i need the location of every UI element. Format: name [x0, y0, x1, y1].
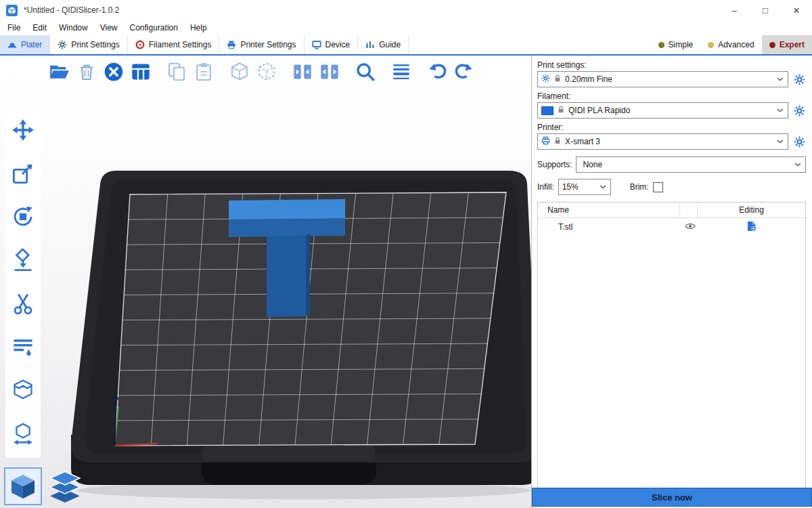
infill-select[interactable]: 15% — [558, 179, 611, 195]
3d-editor-view-icon[interactable] — [5, 469, 41, 504]
place-on-face-icon[interactable] — [9, 246, 37, 274]
slice-now-button[interactable]: Slice now — [532, 488, 812, 507]
print-settings-select[interactable]: 0.20mm Fine — [537, 71, 788, 87]
add-instance-icon[interactable] — [228, 60, 251, 83]
lock-icon — [554, 136, 562, 147]
supports-select[interactable]: None — [576, 156, 806, 173]
chevron-down-icon — [794, 163, 802, 167]
device-icon — [312, 40, 321, 49]
tab-bar: Plater Print Settings Filament Settings … — [0, 35, 812, 56]
preset-gear-icon — [541, 74, 550, 85]
tab-plater[interactable]: Plater — [0, 35, 50, 54]
maximize-button[interactable]: □ — [750, 0, 781, 20]
menu-file[interactable]: File — [1, 20, 26, 35]
filament-gear-button[interactable] — [792, 104, 806, 117]
eye-icon[interactable] — [685, 222, 696, 232]
column-editing: Editing — [697, 203, 805, 217]
measure-icon[interactable] — [9, 419, 37, 448]
settings-panel: Print settings: 0.20mm Fine — [531, 56, 811, 508]
menu-configuration[interactable]: Configuration — [124, 20, 184, 35]
printer-value: X-smart 3 — [565, 137, 773, 146]
simple-mode-dot-icon — [658, 42, 664, 48]
open-folder-icon[interactable] — [48, 60, 71, 83]
filament-label: Filament: — [537, 91, 806, 101]
column-visibility — [679, 203, 697, 217]
lock-icon — [554, 74, 562, 85]
menu-window[interactable]: Window — [53, 20, 94, 35]
expert-mode-dot-icon — [769, 42, 775, 48]
object-name: T.stl — [538, 222, 679, 232]
minimize-button[interactable]: – — [719, 0, 750, 20]
split-parts-icon[interactable] — [318, 60, 341, 83]
variable-layer-height-icon[interactable] — [390, 60, 413, 83]
lock-icon — [557, 105, 565, 116]
undo-icon[interactable] — [426, 60, 449, 83]
tab-printer-settings[interactable]: Printer Settings — [219, 35, 304, 54]
seam-icon[interactable] — [9, 376, 37, 404]
delete-all-icon[interactable] — [102, 60, 125, 83]
close-button[interactable]: ✕ — [781, 0, 812, 20]
infill-label: Infill: — [537, 182, 554, 192]
mode-simple[interactable]: Simple — [651, 35, 701, 54]
menu-edit[interactable]: Edit — [26, 20, 53, 35]
rotate-icon[interactable] — [9, 203, 37, 231]
tab-device[interactable]: Device — [304, 35, 359, 54]
filament-value: QIDI PLA Rapido — [568, 106, 773, 115]
mode-expert[interactable]: Expert — [762, 35, 812, 54]
menu-help[interactable]: Help — [184, 20, 213, 35]
split-objects-icon[interactable] — [291, 60, 314, 83]
copy-icon[interactable] — [165, 60, 188, 83]
chevron-down-icon — [777, 140, 784, 144]
object-row[interactable]: T.stl — [538, 218, 805, 236]
delete-icon[interactable] — [75, 60, 98, 83]
preview-icon[interactable] — [47, 469, 83, 504]
viewport-3d[interactable] — [0, 56, 531, 508]
menu-bar: File Edit Window View Configuration Help — [0, 20, 812, 35]
printer-settings-icon — [227, 40, 236, 49]
chevron-down-icon — [600, 185, 607, 189]
brim-label: Brim: — [630, 182, 649, 192]
tab-filament-settings[interactable]: Filament Settings — [128, 35, 220, 54]
printer-gear-button[interactable] — [792, 135, 806, 148]
scale-icon[interactable] — [9, 159, 37, 188]
window-title: *Untitled - QIDISlicer-1.0.2 — [24, 5, 119, 15]
edit-object-icon[interactable] — [746, 221, 757, 234]
paint-supports-icon[interactable] — [9, 333, 37, 361]
print-settings-gear-button[interactable] — [792, 72, 806, 86]
filament-color-swatch — [541, 106, 554, 115]
qidislicer-window: *Untitled - QIDISlicer-1.0.2 – □ ✕ File … — [0, 0, 812, 508]
remove-instance-icon[interactable] — [255, 60, 278, 83]
redo-icon[interactable] — [453, 60, 476, 83]
move-icon[interactable] — [9, 116, 37, 144]
object-list: Name Editing T.stl — [537, 202, 806, 494]
cut-icon[interactable] — [9, 289, 37, 318]
app-logo-icon — [6, 5, 18, 16]
view-toggles — [5, 469, 83, 504]
search-icon[interactable] — [354, 60, 377, 83]
menu-view[interactable]: View — [94, 20, 124, 35]
brim-checkbox[interactable] — [653, 182, 663, 192]
bed-scene — [0, 56, 531, 508]
left-toolbar — [5, 106, 41, 458]
advanced-mode-dot-icon — [708, 42, 714, 48]
column-name: Name — [538, 205, 679, 215]
mode-switcher: Simple Advanced Expert — [651, 35, 812, 54]
print-settings-value: 0.20mm Fine — [565, 75, 773, 84]
guide-icon — [365, 40, 375, 49]
supports-label: Supports: — [537, 160, 572, 169]
mode-advanced[interactable]: Advanced — [700, 35, 761, 54]
paste-icon[interactable] — [192, 60, 215, 83]
printer-select[interactable]: X-smart 3 — [537, 133, 788, 150]
tab-print-settings[interactable]: Print Settings — [50, 35, 127, 54]
chevron-down-icon — [777, 108, 784, 112]
printer-label: Printer: — [537, 123, 806, 132]
title-bar: *Untitled - QIDISlicer-1.0.2 – □ ✕ — [0, 0, 812, 20]
printer-icon — [541, 136, 550, 147]
print-settings-icon — [58, 40, 67, 49]
supports-value: None — [580, 160, 791, 169]
arrange-icon[interactable] — [129, 60, 152, 83]
object-list-header: Name Editing — [538, 203, 805, 218]
filament-select[interactable]: QIDI PLA Rapido — [537, 102, 788, 119]
tab-guide[interactable]: Guide — [358, 35, 409, 54]
top-toolbar — [41, 58, 483, 85]
